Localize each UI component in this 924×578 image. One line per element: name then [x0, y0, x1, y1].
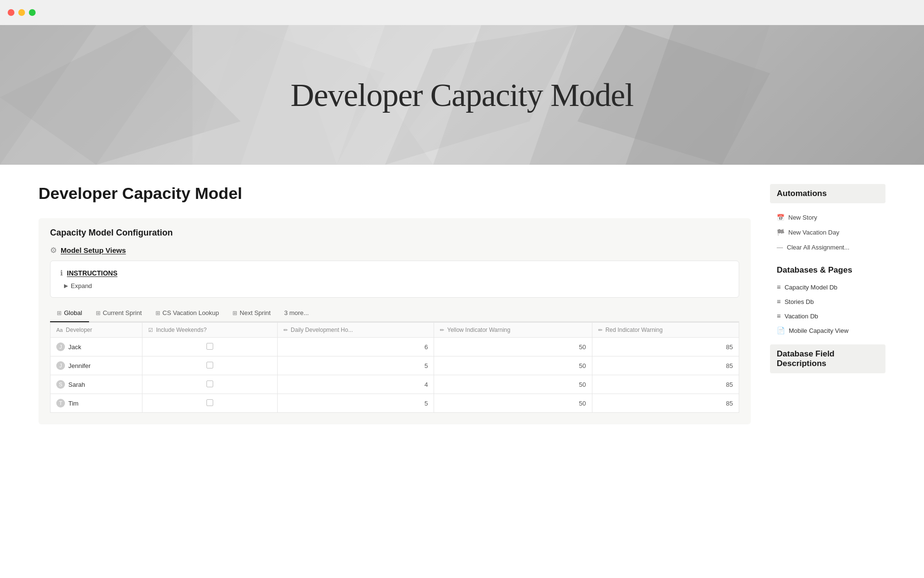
cell-developer: J Jennifer — [51, 356, 142, 375]
field-descriptions-title: Database Field Descriptions — [777, 349, 879, 368]
cell-daily-dev: 5 — [277, 394, 434, 413]
th-yellow-warning: ✏ Yellow Indicator Warning — [434, 323, 592, 338]
stack-icon-1: ≡ — [777, 283, 781, 291]
db-vacation[interactable]: ≡ Vacation Db — [770, 309, 886, 323]
th-red-icon: ✏ — [598, 327, 603, 333]
cell-developer: T Tim — [51, 394, 142, 413]
left-pane: Developer Capacity Model Capacity Model … — [38, 184, 751, 436]
automation-new-story[interactable]: 📅 New Story — [770, 210, 886, 225]
automation-new-vacation[interactable]: 🏁 New Vacation Day — [770, 225, 886, 240]
page-title: Developer Capacity Model — [38, 184, 751, 203]
hero-title: Developer Capacity Model — [291, 76, 633, 114]
cell-red: 85 — [592, 375, 739, 394]
db-stories-label: Stories Db — [784, 298, 814, 305]
avatar: J — [56, 361, 65, 370]
avatar: T — [56, 399, 65, 407]
tab-cs-vacation-icon: ⊞ — [155, 310, 160, 316]
db-capacity-model[interactable]: ≡ Capacity Model Db — [770, 280, 886, 294]
tabs-row: ⊞ Global ⊞ Current Sprint ⊞ CS Vacation … — [50, 305, 739, 322]
tab-next-sprint-label: Next Sprint — [240, 309, 270, 316]
avatar: J — [56, 342, 65, 351]
titlebar — [0, 0, 924, 25]
flag-icon: 🏁 — [777, 229, 784, 236]
hero-banner: Developer Capacity Model — [0, 25, 924, 165]
cell-weekends[interactable] — [142, 338, 277, 356]
automation-new-story-label: New Story — [788, 214, 817, 221]
instructions-title: INSTRUCTIONS — [67, 269, 117, 277]
cell-weekends[interactable] — [142, 394, 277, 413]
th-include-weekends: ☑ Include Weekends? — [142, 323, 277, 338]
checkbox-weekends[interactable] — [206, 381, 213, 387]
table-header-row: Aa Developer ☑ Include Weekends? ✏ Daily… — [51, 323, 739, 338]
cell-daily-dev: 4 — [277, 375, 434, 394]
tab-next-sprint-icon: ⊞ — [232, 310, 237, 316]
automation-new-vacation-label: New Vacation Day — [788, 229, 839, 236]
cell-weekends[interactable] — [142, 375, 277, 394]
automations-title: Automations — [770, 184, 886, 203]
cell-developer: S Sarah — [51, 375, 142, 394]
th-developer-icon: Aa — [56, 327, 63, 333]
tab-more[interactable]: 3 more... — [277, 305, 315, 322]
cell-weekends[interactable] — [142, 356, 277, 375]
minimize-button[interactable] — [18, 9, 25, 16]
expand-label: Expand — [71, 282, 92, 289]
db-mobile-label: Mobile Capacity View — [789, 327, 848, 334]
db-stories[interactable]: ≡ Stories Db — [770, 294, 886, 309]
db-mobile-capacity[interactable]: 📄 Mobile Capacity View — [770, 323, 886, 338]
checkbox-weekends[interactable] — [206, 399, 213, 406]
databases-title: Databases & Pages — [770, 265, 886, 275]
avatar: S — [56, 380, 65, 389]
calendar-icon: 📅 — [777, 214, 784, 221]
tab-next-sprint[interactable]: ⊞ Next Sprint — [226, 305, 277, 322]
table-row: J Jennifer 5 50 85 — [51, 356, 739, 375]
cell-developer: J Jack — [51, 338, 142, 356]
maximize-button[interactable] — [29, 9, 36, 16]
tab-cs-vacation[interactable]: ⊞ CS Vacation Lookup — [149, 305, 226, 322]
checkbox-weekends[interactable] — [206, 343, 213, 350]
tab-global-label: Global — [64, 309, 82, 316]
th-red-warning: ✏ Red Indicator Warning — [592, 323, 739, 338]
cell-daily-dev: 5 — [277, 356, 434, 375]
stack-icon-3: ≡ — [777, 312, 781, 320]
instructions-box: ℹ INSTRUCTIONS ▶ Expand — [50, 261, 739, 298]
capacity-table: Aa Developer ☑ Include Weekends? ✏ Daily… — [50, 322, 739, 413]
table-row: T Tim 5 50 85 — [51, 394, 739, 413]
cell-red: 85 — [592, 394, 739, 413]
automation-clear-label: Clear All Assignment... — [787, 244, 849, 251]
model-setup-header: ⚙ Model Setup Views — [50, 246, 739, 255]
expand-row[interactable]: ▶ Expand — [60, 282, 729, 289]
model-setup-title[interactable]: Model Setup Views — [61, 246, 126, 254]
checkbox-weekends[interactable] — [206, 362, 213, 368]
th-yellow-icon: ✏ — [440, 327, 444, 333]
tab-current-sprint-label: Current Sprint — [103, 309, 142, 316]
table-row: J Jack 6 50 85 — [51, 338, 739, 356]
tab-more-label: 3 more... — [284, 309, 308, 316]
cell-yellow: 50 — [434, 394, 592, 413]
field-descriptions-box: Database Field Descriptions — [770, 344, 886, 373]
gear-icon: ⚙ — [50, 246, 57, 255]
th-daily-dev: ✏ Daily Development Ho... — [277, 323, 434, 338]
tab-current-sprint-icon: ⊞ — [96, 310, 101, 316]
th-daily-icon: ✏ — [283, 327, 288, 333]
expand-arrow-icon: ▶ — [64, 283, 68, 289]
tab-global[interactable]: ⊞ Global — [50, 305, 89, 322]
capacity-section: Capacity Model Configuration ⚙ Model Set… — [38, 218, 751, 424]
main-content: Developer Capacity Model Capacity Model … — [0, 165, 924, 455]
close-button[interactable] — [8, 9, 14, 16]
table-row: S Sarah 4 50 85 — [51, 375, 739, 394]
tab-global-icon: ⊞ — [57, 310, 62, 316]
tab-current-sprint[interactable]: ⊞ Current Sprint — [89, 305, 149, 322]
db-capacity-label: Capacity Model Db — [784, 284, 837, 291]
cell-daily-dev: 6 — [277, 338, 434, 356]
automation-clear-assignments[interactable]: — Clear All Assignment... — [770, 240, 886, 255]
cell-red: 85 — [592, 356, 739, 375]
cell-yellow: 50 — [434, 338, 592, 356]
th-developer: Aa Developer — [51, 323, 142, 338]
right-pane: Automations 📅 New Story 🏁 New Vacation D… — [770, 184, 886, 436]
cell-red: 85 — [592, 338, 739, 356]
th-weekends-icon: ☑ — [148, 327, 153, 333]
cell-yellow: 50 — [434, 375, 592, 394]
stack-icon-2: ≡ — [777, 298, 781, 305]
section-title: Capacity Model Configuration — [50, 228, 739, 238]
page-icon: 📄 — [777, 327, 785, 334]
